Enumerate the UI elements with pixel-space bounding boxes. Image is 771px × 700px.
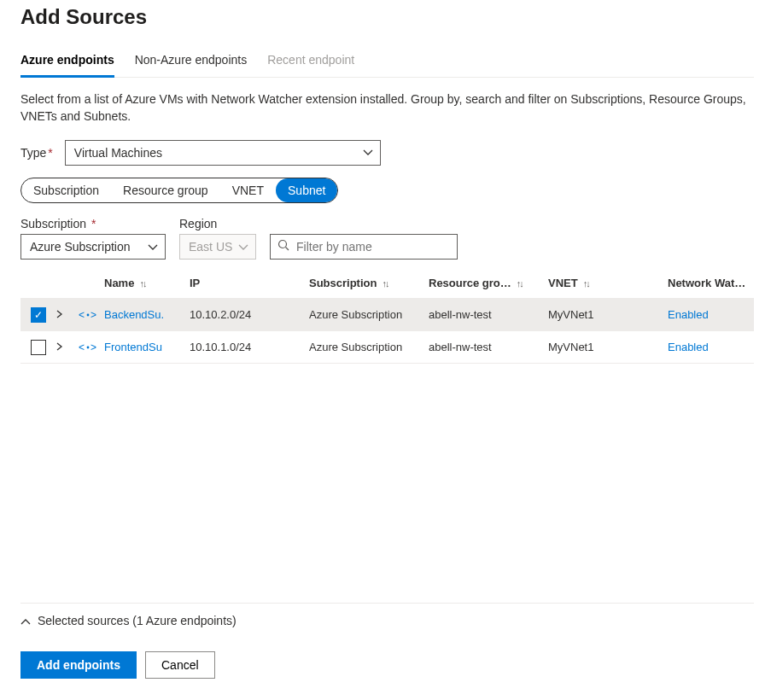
sort-icon: ↑↓ [517, 278, 523, 289]
sort-icon: ↑↓ [382, 278, 388, 289]
chevron-down-icon [148, 240, 158, 254]
tabs: Azure endpoints Non-Azure endpoints Rece… [20, 53, 754, 78]
col-name[interactable]: Name↑↓ [104, 277, 190, 289]
cancel-button[interactable]: Cancel [145, 651, 215, 679]
col-resource-group[interactable]: Resource gro…↑↓ [429, 277, 548, 289]
description-text: Select from a list of Azure VMs with Net… [20, 91, 754, 125]
subscription-dropdown-value: Azure Subscription [30, 240, 131, 254]
svg-text:>: > [91, 309, 96, 321]
type-select-value: Virtual Machines [74, 146, 162, 160]
col-subscription[interactable]: Subscription↑↓ [309, 277, 429, 289]
expand-chevron-icon[interactable] [56, 341, 79, 353]
table-row[interactable]: <> FrontendSu 10.10.1.0/24 Azure Subscri… [20, 331, 754, 364]
row-checkbox[interactable]: ✓ [31, 307, 46, 323]
row-subscription: Azure Subscription [309, 341, 429, 353]
svg-line-1 [286, 248, 289, 251]
pill-subscription[interactable]: Subscription [21, 178, 111, 202]
row-ip: 10.10.2.0/24 [190, 308, 309, 321]
svg-point-0 [279, 241, 287, 248]
region-dropdown-value: East US [189, 240, 232, 254]
pill-resource-group[interactable]: Resource group [111, 178, 220, 202]
type-select[interactable]: Virtual Machines [65, 140, 381, 166]
row-name-link[interactable]: BackendSu. [104, 308, 190, 321]
search-icon [277, 239, 289, 254]
row-resource-group: abell-nw-test [429, 341, 548, 353]
subscription-filter-label: Subscription * [20, 217, 166, 230]
col-ip[interactable]: IP [190, 277, 309, 289]
grid-header: Name↑↓ IP Subscription↑↓ Resource gro…↑↓… [20, 268, 754, 299]
sort-icon: ↑↓ [583, 278, 589, 289]
subscription-dropdown[interactable]: Azure Subscription [20, 234, 166, 260]
row-vnet: MyVNet1 [548, 308, 668, 321]
add-endpoints-button[interactable]: Add endpoints [20, 651, 137, 679]
tab-non-azure-endpoints[interactable]: Non-Azure endpoints [135, 53, 248, 78]
row-ip: 10.10.1.0/24 [190, 341, 309, 353]
row-vnet: MyVNet1 [548, 341, 668, 353]
row-checkbox[interactable] [31, 340, 46, 355]
pill-vnet[interactable]: VNET [220, 178, 276, 202]
chevron-down-icon [238, 240, 248, 254]
chevron-up-icon [20, 614, 31, 627]
group-by-pills: Subscription Resource group VNET Subnet [20, 178, 338, 203]
svg-point-6 [87, 346, 90, 348]
chevron-down-icon [363, 147, 373, 159]
row-resource-group: abell-nw-test [429, 308, 548, 321]
svg-text:>: > [91, 341, 96, 353]
row-name-link[interactable]: FrontendSu [104, 341, 190, 353]
row-watcher-link[interactable]: Enabled [668, 341, 771, 353]
selected-summary-text: Selected sources (1 Azure endpoints) [38, 614, 237, 627]
tab-recent-endpoint: Recent endpoint [267, 53, 354, 78]
selected-sources-bar[interactable]: Selected sources (1 Azure endpoints) [20, 603, 754, 638]
col-network-watcher[interactable]: Network Wat… [668, 277, 771, 289]
filter-search[interactable] [270, 234, 458, 260]
expand-chevron-icon[interactable] [56, 309, 79, 321]
subnet-icon: <> [79, 341, 97, 354]
row-subscription: Azure Subscription [309, 308, 429, 321]
filter-search-input[interactable] [295, 239, 450, 254]
col-vnet[interactable]: VNET↑↓ [548, 277, 668, 289]
region-filter-label: Region [179, 217, 256, 230]
tab-azure-endpoints[interactable]: Azure endpoints [20, 53, 114, 78]
page-title: Add Sources [20, 5, 754, 29]
subnet-icon: <> [79, 308, 97, 322]
svg-point-3 [87, 313, 90, 316]
pill-subnet[interactable]: Subnet [276, 178, 337, 202]
sort-icon: ↑↓ [139, 278, 145, 289]
table-row[interactable]: ✓ <> BackendSu. 10.10.2.0/24 Azure Subsc… [20, 299, 754, 331]
results-grid: Name↑↓ IP Subscription↑↓ Resource gro…↑↓… [20, 268, 754, 364]
type-label: Type* [20, 146, 53, 160]
region-dropdown: East US [179, 234, 256, 260]
row-watcher-link[interactable]: Enabled [668, 308, 771, 321]
svg-text:<: < [79, 341, 85, 353]
svg-text:<: < [79, 309, 85, 321]
